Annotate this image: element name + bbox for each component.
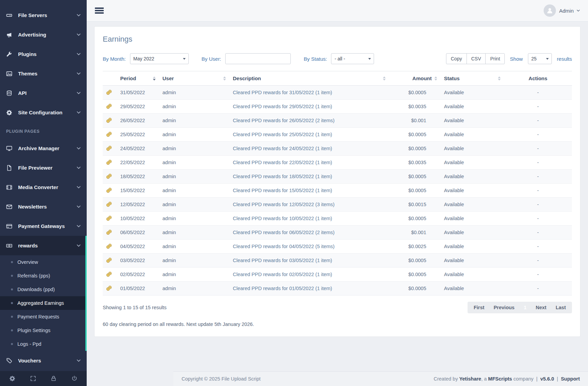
table-row: 15/05/2022 admin Cleared PPD rewards for… [103, 184, 572, 198]
rewards-submenu-item[interactable]: Plugin Settings [0, 324, 87, 337]
copyright-text: Copyright © 2025 File Upload Script [182, 376, 261, 382]
sidebar-item-advertising[interactable]: Advertising [0, 25, 87, 44]
sidebar-item-file-previewer[interactable]: File Previewer [0, 158, 87, 177]
sidebar-item-rewards[interactable]: rewards [0, 236, 87, 255]
pagination-next[interactable]: Next [536, 305, 546, 310]
sort-icon[interactable] [223, 76, 226, 81]
results-label: results [557, 56, 572, 62]
sidebar-item-label: File Previewer [18, 165, 77, 171]
hamburger-icon[interactable] [95, 6, 104, 15]
pagination-previous[interactable]: Previous [493, 305, 514, 310]
sidebar-item-plugins[interactable]: Plugins [0, 44, 87, 64]
sidebar-item-archive-manager[interactable]: Archive Manager [0, 139, 87, 158]
cell-description: Cleared PPD rewards for 03/05/2022 (1 it… [229, 254, 389, 268]
table-row: 18/05/2022 admin Cleared PPD rewards for… [103, 170, 572, 184]
bullet-icon [11, 302, 13, 304]
sidebar-item-site-configuration[interactable]: Site Configuration [0, 103, 87, 122]
expand-icon[interactable] [30, 375, 36, 382]
filters-row: By Month: May 2022 By User: By Status: [103, 53, 572, 64]
rewards-submenu-item[interactable]: Logs - Ppd [0, 337, 87, 351]
coins-icon [106, 175, 112, 180]
chevron-down-icon [77, 53, 81, 55]
sort-icon[interactable] [153, 76, 156, 81]
header-description[interactable]: Description [229, 71, 389, 86]
mfscripts-link[interactable]: MFScripts [488, 376, 512, 382]
status-select[interactable]: - all - [331, 53, 374, 64]
gear-icon[interactable] [9, 375, 15, 382]
header-period[interactable]: Period [117, 71, 159, 86]
support-link[interactable]: Support [561, 376, 580, 382]
user-filter-input[interactable] [225, 53, 291, 64]
version-text: v5.6.0 [540, 376, 554, 382]
cell-period: 31/05/2022 [117, 86, 159, 100]
lock-icon[interactable] [51, 375, 57, 382]
bullet-icon [11, 316, 13, 318]
month-select[interactable]: May 2022 [130, 53, 189, 64]
database-icon [6, 90, 14, 96]
cell-user: admin [159, 114, 229, 128]
cell-period: 06/05/2022 [117, 226, 159, 240]
cell-description: Cleared PPD rewards for 04/05/2022 (5 it… [229, 240, 389, 254]
filter-by-user: By User: [202, 53, 291, 64]
rewards-submenu-item[interactable]: Overview [0, 255, 87, 269]
banknote-icon [6, 243, 14, 249]
cell-amount: $0.0035 [389, 156, 441, 170]
sort-icon[interactable] [434, 76, 437, 81]
sidebar-item-file-servers[interactable]: File Servers [0, 5, 87, 25]
sidebar-item-media-converter[interactable]: Media Converter [0, 177, 87, 197]
results-summary: Showing 1 to 15 of 15 results [103, 305, 167, 310]
cell-icon [103, 114, 117, 128]
cell-status: Available [441, 184, 504, 198]
chevron-down-icon [77, 167, 81, 169]
cell-description: Cleared PPD rewards for 24/05/2022 (1 it… [229, 142, 389, 156]
cell-actions: - [504, 212, 572, 226]
coins-icon [106, 147, 112, 152]
print-button[interactable]: Print [485, 53, 505, 64]
pagination-first[interactable]: First [474, 305, 484, 310]
bullet-icon [11, 275, 13, 277]
sidebar-item-payment-gateways[interactable]: Payment Gateways [0, 216, 87, 236]
coins-icon [106, 203, 112, 208]
cell-amount: $0.0005 [389, 128, 441, 142]
cell-amount: $0.0005 [389, 212, 441, 226]
yetishare-link[interactable]: Yetishare [459, 376, 482, 382]
rewards-submenu-item[interactable]: Aggregated Earnings [0, 296, 87, 310]
cell-status: Available [441, 226, 504, 240]
sidebar-item-api[interactable]: API [0, 83, 87, 103]
sidebar-item-themes[interactable]: Themes [0, 64, 87, 83]
cell-status: Available [441, 142, 504, 156]
sidebar-item-label: rewards [18, 243, 77, 248]
cell-period: 29/05/2022 [117, 100, 159, 114]
cell-description: Cleared PPD rewards for 22/05/2022 (1 it… [229, 156, 389, 170]
pagination-current-page[interactable]: 1 [524, 305, 527, 310]
rewards-submenu-item[interactable]: Referrals (pps) [0, 269, 87, 283]
filter-by-month: By Month: May 2022 [103, 53, 189, 64]
sidebar-item-vouchers[interactable]: Vouchers [0, 351, 87, 370]
cell-status: Available [441, 170, 504, 184]
header-user[interactable]: User [159, 71, 229, 86]
sidebar-footer [0, 371, 87, 386]
topbar: Admin [87, 0, 588, 22]
user-menu[interactable]: Admin [544, 4, 580, 17]
sort-icon[interactable] [383, 76, 386, 81]
pagination-last[interactable]: Last [556, 305, 566, 310]
copy-button[interactable]: Copy [446, 53, 467, 64]
cell-description: Cleared PPD rewards for 15/05/2022 (1 it… [229, 184, 389, 198]
header-status[interactable]: Status [441, 71, 504, 86]
sidebar-item-newsletters[interactable]: Newsletters [0, 197, 87, 216]
rewards-submenu-item[interactable]: Payment Requests [0, 310, 87, 324]
power-icon[interactable] [71, 375, 77, 382]
csv-button[interactable]: CSV [467, 53, 486, 64]
rewards-submenu-item[interactable]: Downloads (ppd) [0, 283, 87, 296]
cell-icon [103, 268, 117, 282]
header-amount[interactable]: Amount [389, 71, 441, 86]
earnings-card: Earnings By Month: May 2022 By User: By … [94, 26, 580, 337]
sort-icon[interactable] [498, 76, 501, 81]
cell-amount: $0.001 [389, 226, 441, 240]
bullet-icon [11, 261, 13, 263]
cell-icon [103, 156, 117, 170]
page-size-select[interactable]: 25 [528, 53, 552, 64]
cell-icon [103, 100, 117, 114]
show-label: Show [510, 56, 523, 62]
table-row: 03/05/2022 admin Cleared PPD rewards for… [103, 254, 572, 268]
